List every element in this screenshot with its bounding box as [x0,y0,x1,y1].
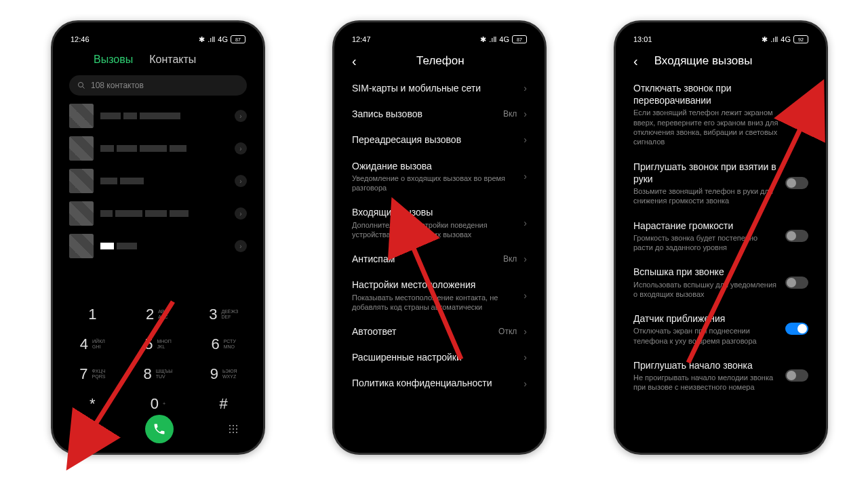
chevron-right-icon: › [524,108,527,119]
tabs: Вызовы Контакты [60,47,256,71]
phone-settings: 12:47 ✱ .ıll 4G 87 ‹ Телефон SIM-карты и… [332,20,547,455]
chevron-right-icon[interactable]: › [235,142,247,155]
settings-row[interactable]: Переадресация вызовов› [341,127,538,152]
search-icon [77,81,85,89]
status-time: 12:47 [352,35,371,43]
call-list: › › › › › [60,100,256,262]
call-row[interactable]: › [60,132,256,165]
chevron-right-icon: › [524,378,527,389]
tab-contacts[interactable]: Контакты [149,54,196,66]
avatar [69,136,94,161]
page-title: Телефон [368,54,513,68]
status-time: 12:46 [71,35,90,43]
menu-button[interactable] [79,426,90,432]
bluetooth-icon: ✱ [762,35,768,44]
status-bar: 13:01 ✱ .ıll 4G 92 [623,29,819,47]
signal-icon: .ıll [489,35,496,43]
toggle-switch[interactable] [785,277,808,289]
battery-icon: 87 [231,35,245,43]
toggle-switch[interactable] [785,323,808,335]
settings-row[interactable]: Входящие вызовыДополнительные настройки … [341,199,538,246]
phone-incoming-settings: 13:01 ✱ .ıll 4G 92 ‹ Входящие вызовы Отк… [614,20,828,455]
page-title: Входящие вызовы [654,54,753,68]
dialkey-7[interactable]: 7ФХЦЧPQRS [60,359,125,389]
dialpad: 12ABBГABC3ДЕЁЖЗDEF4ИЙКЛGHI5МНОПJKL6РСТУM… [60,300,256,419]
avatar [69,104,94,128]
dialkey-1[interactable]: 1 [60,300,125,329]
phone-icon [153,422,166,436]
signal-icon: .ıll [770,35,778,43]
bluetooth-icon: ✱ [199,35,205,44]
search-placeholder: 108 контактов [91,81,144,90]
status-time: 13:01 [633,35,652,43]
chevron-right-icon: › [524,290,527,301]
network-label: 4G [499,35,509,43]
back-button[interactable]: ‹ [629,54,642,69]
chevron-right-icon[interactable]: › [235,175,247,187]
dialkey-4[interactable]: 4ИЙКЛGHI [60,329,125,359]
chevron-right-icon: › [524,352,527,363]
toggle-switch[interactable] [785,230,808,242]
avatar [69,201,94,226]
chevron-right-icon: › [524,326,527,337]
settings-row: Вспышка при звонкеИспользовать вспышку д… [623,259,819,306]
chevron-right-icon: › [524,134,527,145]
settings-row: Датчик приближенияОтключать экран при по… [623,306,819,352]
signal-icon: .ıll [208,35,215,43]
status-bar: 12:46 ✱ .ıll 4G 87 [60,29,256,47]
dialkey-9[interactable]: 9ЬЭЮЯWXYZ [191,359,256,389]
status-bar: 12:47 ✱ .ıll 4G 87 [341,29,538,47]
settings-row[interactable]: АнтиспамВкл› [341,246,538,272]
battery-icon: 92 [793,35,808,43]
search-input[interactable]: 108 контактов [69,75,247,96]
toggle-switch[interactable] [785,108,808,121]
chevron-right-icon: › [524,218,527,228]
settings-row[interactable]: Ожидание вызоваУведомление о входящих вы… [341,153,538,200]
call-row[interactable]: › [60,197,256,230]
chevron-right-icon[interactable]: › [235,207,247,220]
settings-row[interactable]: Настройки местоположенияПоказывать место… [341,272,538,319]
dialpad-toggle-button[interactable] [229,425,237,433]
toggle-switch[interactable] [785,177,808,189]
network-label: 4G [781,35,791,43]
settings-row: Приглушать начало звонкаНе проигрывать н… [623,352,819,399]
settings-row[interactable]: Политика конфиденциальности› [341,370,538,396]
dialkey-3[interactable]: 3ДЕЁЖЗDEF [191,300,256,329]
call-row[interactable]: › [60,230,256,262]
chevron-right-icon[interactable]: › [235,110,247,122]
dialkey-6[interactable]: 6РСТУMNO [191,329,256,359]
dialkey-8[interactable]: 8ШЩЪЫTUV [125,359,191,389]
dialkey-5[interactable]: 5МНОПJKL [125,329,191,359]
tab-calls[interactable]: Вызовы [94,54,133,66]
call-button[interactable] [145,415,174,443]
settings-row: Отключать звонок при переворачиванииЕсли… [623,75,819,154]
svg-point-0 [79,83,83,87]
chevron-right-icon: › [524,171,527,182]
avatar [69,169,94,193]
phone-calls: 12:46 ✱ .ıll 4G 87 Вызовы Контакты 108 к… [51,20,265,455]
chevron-right-icon: › [524,83,527,94]
settings-row: Приглушать звонок при взятии в рукиВозьм… [623,154,819,213]
settings-row[interactable]: Запись вызововВкл› [341,101,538,127]
settings-row: Нарастание громкостиГромкость звонка буд… [623,213,819,260]
settings-row[interactable]: АвтоответОткл› [341,319,538,344]
call-row[interactable]: › [60,165,256,197]
bluetooth-icon: ✱ [480,35,486,44]
chevron-right-icon: › [524,253,527,264]
dialkey-2[interactable]: 2ABBГABC [125,300,191,329]
call-row[interactable]: › [60,100,256,132]
avatar [69,234,94,258]
settings-list: Отключать звонок при переворачиванииЕсли… [623,75,819,399]
toggle-switch[interactable] [785,369,808,382]
back-button[interactable]: ‹ [348,54,361,69]
network-label: 4G [218,35,228,43]
settings-row[interactable]: Расширенные настройки› [341,344,538,370]
battery-icon: 87 [512,35,527,43]
settings-list: SIM-карты и мобильные сети›Запись вызово… [341,75,538,396]
chevron-right-icon[interactable]: › [235,240,247,252]
settings-row[interactable]: SIM-карты и мобильные сети› [341,75,538,101]
